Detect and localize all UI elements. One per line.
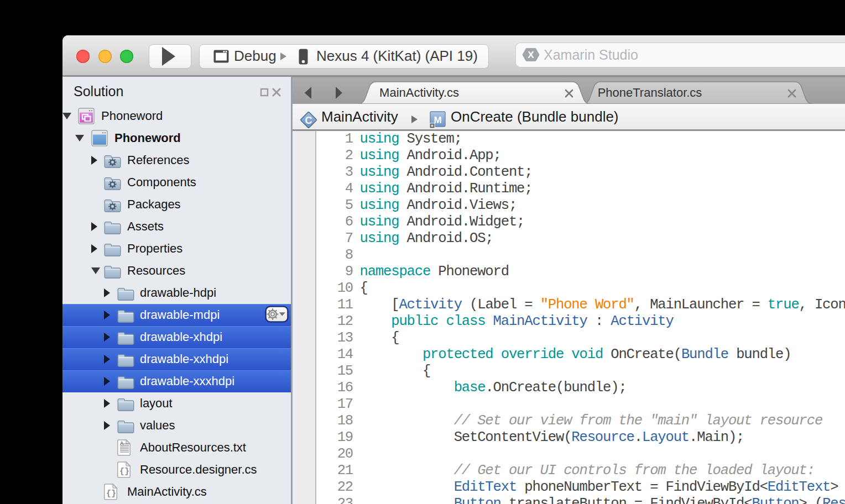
svg-text:A: A xyxy=(120,440,124,446)
svg-text:{}: {} xyxy=(119,467,129,476)
svg-text:X: X xyxy=(528,50,534,60)
svg-text:{}: {} xyxy=(106,489,116,498)
svg-text:M: M xyxy=(434,115,441,125)
svg-text:C: C xyxy=(305,114,312,125)
